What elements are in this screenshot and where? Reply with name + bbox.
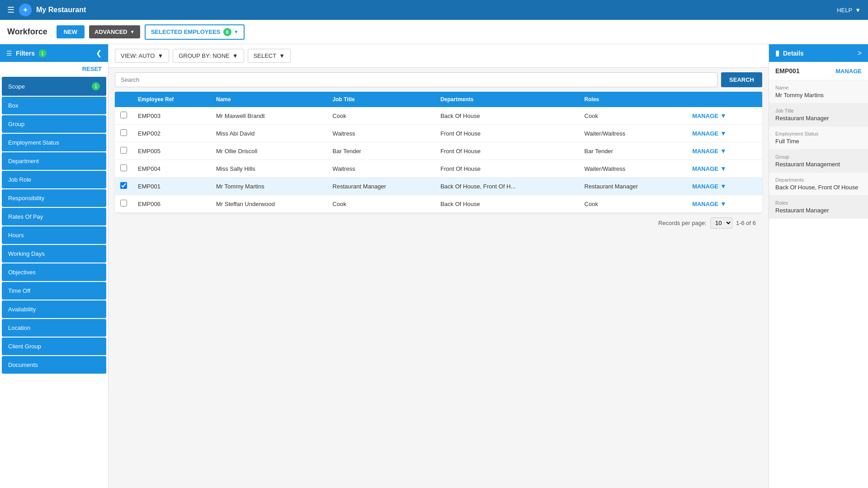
table-col-name: Name: [211, 92, 327, 107]
advanced-chevron-icon: ▼: [130, 29, 135, 34]
advanced-button[interactable]: ADVANCED ▼: [89, 25, 140, 38]
row-action-chevron-icon[interactable]: ▼: [720, 183, 726, 190]
content-toolbar: VIEW: AUTO ▼ GROUP BY: NONE ▼ SELECT ▼: [108, 44, 769, 68]
row-checkbox[interactable]: [120, 164, 127, 171]
row-roles: Cook: [579, 195, 687, 213]
row-departments: Front Of House: [435, 125, 579, 142]
row-name: Miss Abi David: [211, 125, 327, 142]
row-checkbox[interactable]: [120, 129, 127, 136]
hamburger-icon[interactable]: ☰: [7, 5, 14, 15]
detail-value: Restaurant Management: [775, 161, 862, 168]
row-ref: EMP006: [132, 195, 211, 213]
sidebar-item-box[interactable]: Box: [2, 97, 106, 114]
row-roles: Restaurant Manager: [579, 178, 687, 195]
row-actions: MANAGE ▼: [687, 160, 762, 178]
detail-field-group: Group Restaurant Management: [769, 150, 868, 173]
sidebar-item-scope-badge: 1: [92, 82, 100, 90]
row-manage-button[interactable]: MANAGE: [692, 113, 718, 119]
table-col-ref: Employee Ref: [132, 92, 211, 107]
app-title: My Restaurant: [36, 6, 86, 14]
selected-employees-button[interactable]: SELECTED EMPLOYEES 0 ▼: [145, 24, 245, 40]
row-checkbox[interactable]: [120, 182, 127, 189]
row-departments: Back Of House: [435, 107, 579, 125]
row-manage-button[interactable]: MANAGE: [692, 201, 718, 207]
select-button[interactable]: SELECT ▼: [248, 49, 291, 63]
row-action-chevron-icon[interactable]: ▼: [720, 147, 726, 155]
row-action-chevron-icon[interactable]: ▼: [720, 112, 726, 119]
sidebar-item-job-role-label: Job Role: [8, 176, 31, 183]
row-checkbox[interactable]: [120, 200, 127, 206]
sidebar-collapse-icon[interactable]: ❮: [96, 49, 102, 57]
table-row: EMP005 Mr Ollie Driscoll Bar Tender Fron…: [115, 142, 762, 160]
group-by-button[interactable]: GROUP BY: NONE ▼: [173, 49, 244, 63]
sidebar-item-objectives[interactable]: Objectives: [2, 263, 106, 281]
sidebar-item-employment-status[interactable]: Employment Status: [2, 134, 106, 151]
pagination: Records per page: 10 25 50 1-6 of 6: [115, 213, 762, 233]
view-label: VIEW: AUTO: [121, 52, 155, 59]
row-manage-button[interactable]: MANAGE: [692, 130, 718, 137]
top-nav: ☰ ✦ My Restaurant HELP ▼: [0, 0, 868, 20]
view-button[interactable]: VIEW: AUTO ▼: [115, 49, 169, 63]
table-col-roles: Roles: [579, 92, 687, 107]
row-job-title: Waitress: [327, 125, 435, 142]
details-panel: ▮ Details > EMP001 MANAGE Name Mr Tommy …: [769, 44, 868, 488]
row-manage-button[interactable]: MANAGE: [692, 148, 718, 155]
row-action-chevron-icon[interactable]: ▼: [720, 130, 726, 137]
advanced-label: ADVANCED: [94, 28, 127, 35]
table-row: EMP004 Miss Sally Hills Waitress Front O…: [115, 160, 762, 178]
sidebar-item-group-label: Group: [8, 121, 24, 127]
row-action-chevron-icon[interactable]: ▼: [720, 165, 726, 172]
row-roles: Waiter/Waitress: [579, 160, 687, 178]
sidebar-item-objectives-label: Objectives: [8, 269, 36, 276]
row-roles: Bar Tender: [579, 142, 687, 160]
row-checkbox[interactable]: [120, 112, 127, 118]
row-job-title: Waitress: [327, 160, 435, 178]
employees-table: Employee Ref Name Job Title Departments …: [115, 92, 762, 213]
sidebar-item-time-off[interactable]: Time Off: [2, 282, 106, 300]
sidebar-item-working-days[interactable]: Working Days: [2, 245, 106, 263]
row-manage-button[interactable]: MANAGE: [692, 183, 718, 190]
row-ref: EMP005: [132, 142, 211, 160]
detail-label: Departments: [775, 177, 862, 183]
detail-value: Mr Tommy Martins: [775, 92, 862, 99]
sidebar-item-hours[interactable]: Hours: [2, 226, 106, 244]
row-job-title: Cook: [327, 195, 435, 213]
sidebar-item-scope[interactable]: Scope 1: [2, 77, 106, 96]
sidebar-item-group[interactable]: Group: [2, 115, 106, 133]
row-checkbox[interactable]: [120, 147, 127, 154]
details-manage-button[interactable]: MANAGE: [835, 68, 862, 75]
table-row: EMP003 Mr Maxwell Brandt Cook Back Of Ho…: [115, 107, 762, 125]
row-action-chevron-icon[interactable]: ▼: [720, 200, 726, 207]
sidebar-item-location[interactable]: Location: [2, 319, 106, 337]
help-label[interactable]: HELP: [837, 7, 852, 14]
sidebar-item-department[interactable]: Department: [2, 152, 106, 170]
table-row: EMP001 Mr Tommy Martins Restaurant Manag…: [115, 178, 762, 195]
sidebar-item-responsibility[interactable]: Responsibility: [2, 189, 106, 207]
row-ref: EMP003: [132, 107, 211, 125]
table-header-row: Employee Ref Name Job Title Departments …: [115, 92, 762, 107]
details-header: ▮ Details >: [769, 44, 868, 62]
top-nav-right: HELP ▼: [837, 7, 861, 14]
sidebar-item-availability-label: Availability: [8, 306, 36, 313]
row-actions: MANAGE ▼: [687, 107, 762, 125]
row-checkbox-cell: [115, 107, 132, 125]
sidebar-item-job-role[interactable]: Job Role: [2, 171, 106, 188]
details-expand-icon[interactable]: >: [858, 49, 862, 57]
sidebar-item-documents[interactable]: Documents: [2, 356, 106, 374]
sidebar-item-rates-of-pay[interactable]: Rates Of Pay: [2, 208, 106, 225]
search-button[interactable]: SEARCH: [721, 72, 762, 87]
sidebar-item-availability[interactable]: Availability: [2, 300, 106, 318]
row-job-title: Cook: [327, 107, 435, 125]
sidebar-reset-button[interactable]: RESET: [0, 62, 108, 76]
row-departments: Back Of House: [435, 195, 579, 213]
help-chevron-icon[interactable]: ▼: [855, 7, 861, 14]
new-button[interactable]: NEW: [57, 25, 85, 38]
row-manage-button[interactable]: MANAGE: [692, 165, 718, 172]
sidebar-item-client-group[interactable]: Client Group: [2, 338, 106, 355]
row-actions: MANAGE ▼: [687, 178, 762, 195]
row-checkbox-cell: [115, 160, 132, 178]
search-input[interactable]: [115, 72, 717, 87]
sidebar-item-hours-label: Hours: [8, 232, 24, 239]
per-page-select[interactable]: 10 25 50: [710, 217, 732, 229]
detail-field-job-title: Job Title Restaurant Manager: [769, 103, 868, 127]
